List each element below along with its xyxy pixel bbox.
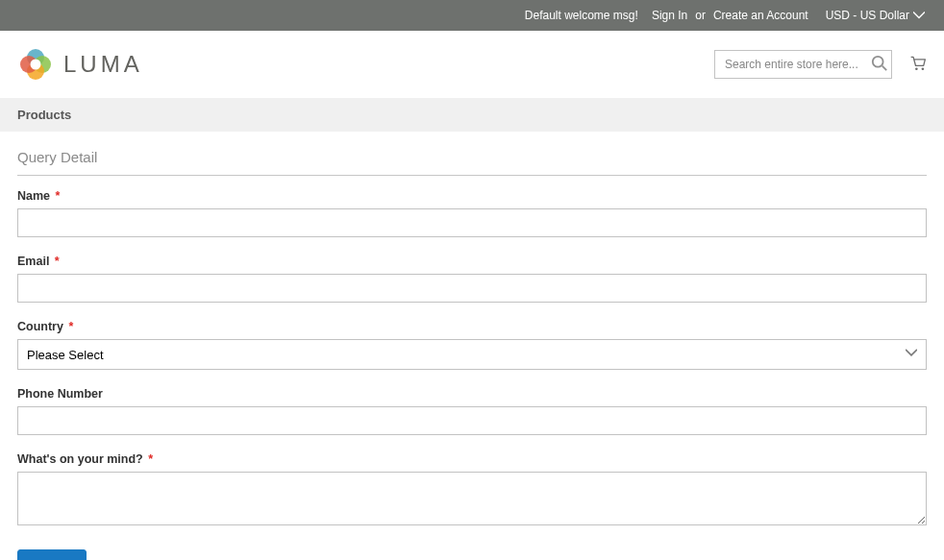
email-input[interactable] — [17, 274, 927, 303]
form-legend: Query Detail — [17, 149, 927, 176]
svg-point-5 — [873, 57, 883, 67]
svg-point-7 — [915, 67, 918, 70]
mind-label: What's on your mind? * — [17, 452, 927, 466]
welcome-msg: Default welcome msg! — [525, 9, 638, 22]
required-asterisk: * — [148, 452, 153, 466]
field-name: Name * — [17, 189, 927, 237]
sign-in-link[interactable]: Sign In — [652, 9, 687, 22]
country-label: Country * — [17, 320, 927, 333]
name-label-text: Name — [17, 189, 50, 203]
svg-point-8 — [922, 67, 925, 70]
field-email: Email * — [17, 255, 927, 303]
cart-icon — [909, 55, 927, 72]
required-asterisk: * — [56, 189, 61, 203]
phone-input[interactable] — [17, 406, 927, 435]
nav-item-products[interactable]: Products — [17, 108, 71, 122]
panel-header: Default welcome msg! Sign In or Create a… — [0, 0, 944, 31]
required-asterisk: * — [55, 255, 60, 268]
currency-switcher[interactable]: USD - US Dollar — [826, 9, 925, 22]
header-main: LUMA — [0, 31, 944, 98]
name-input[interactable] — [17, 208, 927, 237]
svg-line-6 — [882, 66, 887, 71]
email-label: Email * — [17, 255, 927, 268]
search-box — [714, 50, 892, 79]
search-button[interactable] — [871, 55, 888, 75]
name-label: Name * — [17, 189, 927, 203]
mind-label-text: What's on your mind? — [17, 452, 143, 466]
form-actions: Submit — [17, 549, 927, 560]
search-input[interactable] — [714, 50, 892, 79]
field-mind: What's on your mind? * — [17, 452, 927, 528]
logo-icon — [17, 46, 54, 83]
cart-button[interactable] — [909, 55, 927, 75]
create-account-link[interactable]: Create an Account — [713, 9, 808, 22]
field-phone: Phone Number — [17, 387, 927, 435]
nav-bar: Products — [0, 98, 944, 132]
phone-label: Phone Number — [17, 387, 927, 401]
header-right — [714, 50, 927, 79]
currency-label: USD - US Dollar — [826, 9, 909, 22]
logo-text: LUMA — [63, 51, 143, 78]
logo[interactable]: LUMA — [17, 46, 143, 83]
chevron-down-icon — [913, 10, 925, 21]
mind-textarea[interactable] — [17, 472, 927, 525]
separator-or: or — [695, 9, 706, 22]
country-label-text: Country — [17, 320, 63, 333]
required-asterisk: * — [68, 320, 73, 333]
email-label-text: Email — [17, 255, 49, 268]
page-main: Query Detail Name * Email * Country * Pl… — [0, 132, 944, 560]
svg-point-4 — [31, 60, 41, 70]
country-select[interactable]: Please Select — [17, 339, 927, 370]
field-country: Country * Please Select — [17, 320, 927, 370]
phone-label-text: Phone Number — [17, 387, 103, 401]
search-icon — [871, 55, 888, 72]
submit-button[interactable]: Submit — [17, 549, 87, 560]
